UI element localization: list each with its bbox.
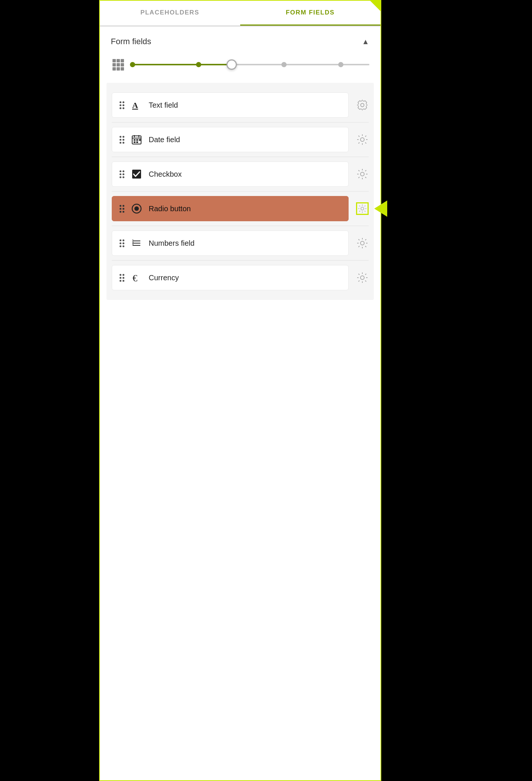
field-row-checkbox: Checkbox: [112, 157, 369, 192]
numbers-field-label: Numbers field: [149, 239, 195, 248]
drag-handle-checkbox[interactable]: [120, 170, 124, 178]
field-row-radio: Radio button: [112, 192, 369, 226]
svg-rect-14: [134, 139, 136, 141]
svg-point-23: [134, 206, 139, 211]
drag-handle-text[interactable]: [120, 101, 124, 109]
size-slider-row: [100, 54, 381, 83]
svg-point-21: [360, 172, 364, 176]
text-field-settings[interactable]: [356, 99, 369, 111]
date-field-settings[interactable]: [356, 133, 369, 146]
section-header: Form fields ▲: [100, 26, 381, 54]
drag-handle-currency[interactable]: [120, 274, 124, 282]
svg-rect-2: [121, 59, 124, 62]
svg-text:€: €: [133, 273, 137, 283]
radio-icon: [131, 203, 142, 214]
checkbox-settings[interactable]: [356, 168, 369, 180]
section-title: Form fields: [111, 37, 151, 46]
svg-point-24: [361, 207, 364, 210]
corner-decoration: [370, 1, 381, 11]
fields-list: A Text field: [107, 83, 374, 300]
tab-form-fields[interactable]: FORM FIELDS: [240, 1, 381, 26]
checkbox-icon: [131, 169, 142, 180]
text-field-label: Text field: [149, 101, 178, 110]
date-icon: [131, 134, 142, 145]
grid-icon: [111, 58, 125, 72]
svg-rect-0: [112, 59, 116, 62]
field-row-numbers: 1 2 3 Numbers field: [112, 226, 369, 261]
field-card-numbers[interactable]: 1 2 3 Numbers field: [112, 231, 349, 256]
field-card-date[interactable]: Date field: [112, 127, 349, 152]
slider-dot-1: [130, 62, 135, 67]
svg-point-19: [360, 138, 364, 141]
slider-thumb[interactable]: [226, 59, 237, 70]
text-icon: A: [131, 99, 142, 111]
svg-rect-5: [121, 63, 124, 66]
svg-rect-6: [112, 67, 116, 71]
field-card-currency[interactable]: € Currency: [112, 265, 349, 290]
currency-icon: €: [131, 272, 142, 283]
svg-rect-7: [117, 67, 120, 71]
svg-point-33: [360, 276, 364, 280]
tab-placeholders[interactable]: PLACEHOLDERS: [100, 1, 240, 26]
field-row-currency: € Currency: [112, 261, 369, 295]
size-slider[interactable]: [133, 61, 369, 68]
drag-handle-numbers[interactable]: [120, 239, 124, 247]
radio-settings[interactable]: [356, 202, 369, 215]
field-row-date: Date field: [112, 122, 369, 157]
field-card-text[interactable]: A Text field: [112, 92, 349, 118]
drag-handle-radio[interactable]: [120, 205, 124, 213]
field-card-checkbox[interactable]: Checkbox: [112, 161, 349, 187]
arrow-annotation: [374, 200, 417, 217]
svg-rect-18: [139, 139, 141, 141]
main-panel: PLACEHOLDERS FORM FIELDS Form fields ▲: [99, 0, 381, 781]
svg-point-31: [360, 241, 364, 245]
svg-rect-16: [134, 141, 136, 143]
radio-button-label: Radio button: [149, 205, 191, 213]
checkbox-label: Checkbox: [149, 170, 182, 179]
svg-rect-8: [121, 67, 124, 71]
svg-rect-17: [136, 141, 138, 143]
svg-rect-4: [117, 63, 120, 66]
svg-rect-1: [117, 59, 120, 62]
currency-settings[interactable]: [356, 271, 369, 284]
arrow-pointer: [374, 200, 387, 217]
collapse-icon[interactable]: ▲: [362, 37, 369, 46]
slider-dot-2: [196, 62, 201, 67]
svg-text:3: 3: [132, 244, 134, 246]
svg-rect-15: [136, 139, 138, 141]
field-card-radio[interactable]: Radio button: [112, 196, 349, 221]
field-row-text: A Text field: [112, 88, 369, 122]
drag-handle-date[interactable]: [120, 136, 124, 144]
tab-bar: PLACEHOLDERS FORM FIELDS: [100, 1, 381, 26]
numbers-settings[interactable]: [356, 237, 369, 249]
svg-rect-3: [112, 63, 116, 66]
slider-dot-5: [338, 62, 343, 67]
date-field-label: Date field: [149, 135, 180, 144]
svg-text:A: A: [132, 101, 138, 110]
currency-label: Currency: [149, 274, 179, 282]
slider-dot-4: [281, 62, 287, 67]
arrow-tail: [387, 205, 417, 212]
numbers-icon: 1 2 3: [131, 238, 142, 249]
